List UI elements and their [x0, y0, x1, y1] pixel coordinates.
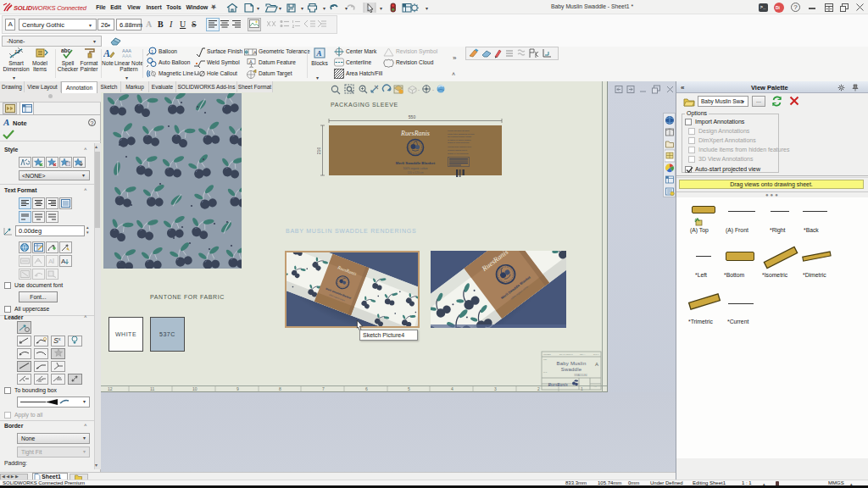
- svg-text:11: 11: [150, 386, 154, 391]
- svg-text:100% organic cotton: 100% organic cotton: [403, 167, 427, 170]
- svg-text:x: x: [58, 336, 61, 341]
- svg-text:A: A: [103, 47, 110, 58]
- svg-text:MAT: MAT: [543, 371, 548, 373]
- svg-text:RuesRanis: RuesRanis: [400, 130, 430, 137]
- svg-text:7: 7: [322, 386, 325, 391]
- svg-text:10: 10: [192, 386, 198, 391]
- svg-text:aliqua ut enim ad minim: aliqua ut enim ad minim: [448, 141, 469, 144]
- svg-text:aliquip ex ea commodo: aliquip ex ea commodo: [448, 152, 469, 155]
- svg-text:4: 4: [451, 386, 453, 391]
- svg-text:8: 8: [279, 386, 281, 391]
- svg-text:A: A: [61, 258, 66, 265]
- svg-text:AAA: AAA: [122, 53, 131, 58]
- svg-text:120 x 120 cm: 120 x 120 cm: [407, 171, 423, 175]
- svg-text:DRAW WEIGHT: DRAW WEIGHT: [559, 353, 574, 355]
- svg-text:6: 6: [365, 386, 368, 391]
- svg-text:SHT 1: SHT 1: [593, 353, 599, 355]
- svg-text:A: A: [316, 49, 322, 58]
- svg-text:210: 210: [317, 147, 321, 155]
- svg-text:Swaddle: Swaddle: [561, 367, 582, 372]
- svg-text:-: -: [418, 87, 420, 92]
- svg-text:12: 12: [14, 49, 20, 54]
- svg-text:-: -: [432, 87, 434, 92]
- svg-text:ullamco laboris nisi ut: ullamco laboris nisi ut: [448, 149, 467, 152]
- svg-text:A: A: [253, 50, 257, 55]
- svg-text:1: 1: [151, 49, 153, 54]
- svg-text:550: 550: [409, 114, 416, 119]
- svg-text:REV A: REV A: [580, 353, 586, 355]
- svg-text:Baby Muslin: Baby Muslin: [557, 361, 587, 366]
- svg-text:9: 9: [236, 386, 239, 391]
- svg-text:UNLESS: UNLESS: [543, 353, 551, 355]
- svg-text:12: 12: [108, 386, 113, 391]
- svg-text:A4: A4: [593, 385, 597, 388]
- svg-text:5: 5: [408, 386, 410, 391]
- svg-text:A: A: [48, 258, 53, 265]
- svg-text:A: A: [249, 59, 253, 64]
- svg-text:2: 2: [537, 386, 540, 391]
- svg-text:Merli Swaddle Blanket: Merli Swaddle Blanket: [396, 161, 436, 165]
- svg-text:TOL: TOL: [543, 358, 548, 360]
- svg-text:SWADDLE4: SWADDLE4: [574, 374, 587, 377]
- svg-text:RuesRanis: RuesRanis: [547, 382, 567, 387]
- svg-text:3: 3: [494, 386, 497, 391]
